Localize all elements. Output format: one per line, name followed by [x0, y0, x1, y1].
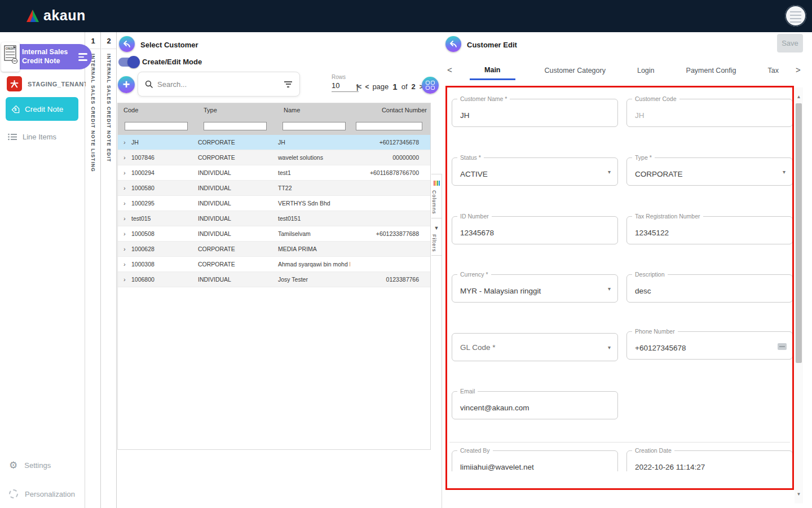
back-button[interactable]: [445, 36, 461, 52]
add-customer-button[interactable]: +: [118, 76, 135, 93]
tab-tax[interactable]: Tax: [766, 62, 781, 79]
table-row[interactable]: ›1000294INDIVIDUALtest1+60116878766700: [118, 165, 430, 181]
price-tag-icon: $: [11, 105, 20, 113]
filters-tab[interactable]: ▼ Filters: [431, 218, 442, 256]
columns-icon: [434, 181, 440, 186]
panel-title: Customer Edit: [467, 41, 517, 49]
table-row[interactable]: ›test015INDIVIDUALtest0151: [118, 211, 430, 226]
tax-registration-number-field[interactable]: Tax Registration Number 12345122: [626, 216, 792, 244]
vertical-scrollbar[interactable]: ▲ ▼: [795, 87, 803, 503]
vertical-tab-listing[interactable]: 1 INTERNAL SALES CREDIT NOTE LISTING: [86, 32, 101, 508]
email-field[interactable]: Email vincent@akaun.com: [452, 391, 618, 419]
customer-table: CodeTypeNameContact Number ›JHCORPORATEJ…: [117, 103, 431, 450]
creation-date-field: Creation Date 2022-10-26 11:14:27: [626, 450, 792, 471]
currency-select[interactable]: Currency * MYR - Malaysian ringgit ▾: [452, 274, 618, 303]
sidebar-item-credit-note[interactable]: $ Credit Note: [6, 97, 78, 121]
rows-per-page-select[interactable]: 10▾: [332, 80, 359, 92]
module-banner[interactable]: Internal Sales Credit Note: [19, 44, 92, 69]
table-row[interactable]: ›1000628CORPORATEMEDIA PRIMA: [118, 242, 430, 257]
table-body: ›JHCORPORATEJH+60127345678›1007846CORPOR…: [118, 135, 430, 287]
column-header[interactable]: Code: [118, 107, 198, 113]
scroll-up-icon[interactable]: ▲: [795, 94, 803, 99]
status-select[interactable]: Status * ACTIVE ▾: [452, 157, 618, 186]
search-icon: [145, 80, 153, 88]
grid-view-button[interactable]: [422, 77, 439, 94]
scroll-down-icon[interactable]: ▼: [795, 492, 803, 497]
keypad-icon[interactable]: [778, 343, 787, 350]
tenant-label: STAGING_TENANT: [28, 81, 88, 87]
column-filter-input[interactable]: [125, 122, 188, 130]
vertical-tab-number: 2: [102, 32, 116, 49]
search-input[interactable]: [157, 80, 279, 89]
vertical-scroll-thumb[interactable]: [796, 103, 802, 363]
columns-tab[interactable]: Columns: [431, 174, 442, 218]
filter-icon[interactable]: [284, 80, 293, 89]
sidebar-item-settings[interactable]: ⚙ Settings: [9, 459, 51, 471]
column-filter-input[interactable]: [283, 122, 346, 130]
customer-name-field[interactable]: Customer Name * JH: [452, 99, 618, 127]
tab-login[interactable]: Login: [635, 62, 657, 79]
search-box: [138, 72, 300, 97]
column-filter-input[interactable]: [356, 122, 422, 130]
gl-code-select[interactable]: GL Code * ▾: [452, 333, 618, 361]
column-filter-input[interactable]: [204, 122, 267, 130]
tab-main[interactable]: Main: [470, 62, 515, 80]
save-button[interactable]: Save: [777, 34, 803, 52]
column-header[interactable]: Type: [198, 107, 278, 113]
row-expand-icon[interactable]: ›: [118, 154, 126, 161]
row-expand-icon[interactable]: ›: [118, 215, 126, 222]
phone-number-field[interactable]: Phone Number +60127345678: [626, 331, 792, 360]
page-label: page: [372, 82, 389, 91]
prev-page-button[interactable]: <: [365, 83, 368, 91]
row-expand-icon[interactable]: ›: [118, 261, 126, 268]
create-edit-mode-toggle[interactable]: [118, 58, 139, 67]
sidebar: CREDIT Internal Sales Credit Note: [0, 32, 85, 508]
row-expand-icon[interactable]: ›: [118, 200, 126, 207]
column-header[interactable]: Contact Number: [356, 107, 429, 113]
table-row[interactable]: ›1000580INDIVIDUALTT22: [118, 181, 430, 196]
akaun-logo[interactable]: akaun: [25, 7, 86, 24]
row-expand-icon[interactable]: ›: [118, 139, 126, 146]
back-button[interactable]: [119, 36, 135, 52]
sidebar-item-label: Personalization: [25, 490, 75, 498]
user-avatar[interactable]: [785, 5, 806, 27]
table-row[interactable]: ›1000508INDIVIDUALTamilselvam+6012338776…: [118, 226, 430, 242]
sidebar-item-label: Credit Note: [25, 105, 63, 113]
tenant-logo-icon: [7, 76, 22, 91]
grid-icon: [426, 81, 435, 90]
table-row[interactable]: ›1000295INDIVIDUALVERTHYS Sdn Bhd: [118, 196, 430, 211]
top-bar: akaun: [0, 0, 812, 32]
row-expand-icon[interactable]: ›: [118, 169, 126, 176]
tab-customer-category[interactable]: Customer Category: [542, 62, 608, 79]
type-select[interactable]: Type * CORPORATE ▾: [626, 157, 792, 186]
funnel-icon: ▼: [434, 225, 439, 231]
table-row[interactable]: ›1006800INDIVIDUALJosy Tester0123387766: [118, 272, 430, 287]
table-row[interactable]: ›1007846CORPORATEwavelet solutions000000…: [118, 150, 430, 165]
akaun-logo-icon: [25, 9, 40, 23]
tenant-row[interactable]: STAGING_TENANT: [7, 76, 88, 91]
id-number-field[interactable]: ID Number 12345678: [452, 216, 618, 244]
rows-per-page-control: Rows 10▾: [332, 74, 359, 92]
vertical-tab-edit[interactable]: 2 INTERNAL SALES CREDIT NOTE EDIT: [102, 32, 117, 508]
customer-code-field: Customer Code JH: [626, 99, 792, 127]
description-field[interactable]: Description desc: [626, 274, 792, 303]
tabs-scroll-right-icon[interactable]: >: [796, 65, 801, 75]
sidebar-item-personalization[interactable]: Personalization: [9, 489, 75, 498]
vertical-tab-label: INTERNAL SALES CREDIT NOTE LISTING: [90, 54, 96, 370]
total-pages: 2: [412, 82, 416, 91]
column-header[interactable]: Name: [278, 107, 356, 113]
row-expand-icon[interactable]: ›: [118, 185, 126, 191]
table-row[interactable]: ›JHCORPORATEJH+60127345678: [118, 135, 430, 150]
pagination: |< < page 1 of 2 > >|: [356, 82, 431, 91]
sidebar-item-line-items[interactable]: Line Items: [8, 133, 56, 141]
table-row[interactable]: ›1000308CORPORATEAhmad syarqawi bin mohd…: [118, 257, 430, 272]
tabs-scroll-left-icon[interactable]: <: [447, 65, 452, 75]
row-expand-icon[interactable]: ›: [118, 276, 126, 283]
tab-payment-config[interactable]: Payment Config: [684, 62, 739, 79]
svg-text:$: $: [14, 107, 17, 112]
row-expand-icon[interactable]: ›: [118, 246, 126, 252]
customer-edit-panel: Customer Edit Save < MainCustomer Catego…: [444, 32, 812, 508]
collapse-menu-icon[interactable]: [78, 51, 87, 62]
first-page-button[interactable]: |<: [356, 83, 361, 91]
row-expand-icon[interactable]: ›: [118, 230, 126, 237]
